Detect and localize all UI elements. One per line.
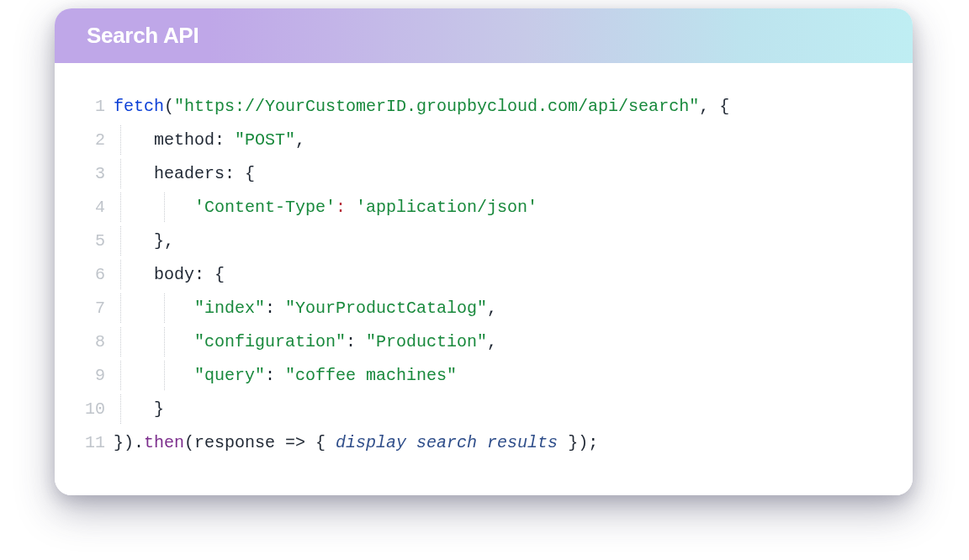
line-number: 1 <box>78 97 114 116</box>
indent-guide <box>120 361 121 390</box>
line-number: 5 <box>78 231 114 251</box>
line-number: 6 <box>78 265 114 284</box>
code-line-3: 3 headers: { <box>78 164 896 198</box>
line-content: }, <box>114 231 896 251</box>
code-line-6: 6 body: { <box>78 265 896 298</box>
code-line-1: 1 fetch("https://YourCustomerID.groupbyc… <box>78 97 896 130</box>
line-number: 8 <box>78 332 114 351</box>
code-line-8: 8 "configuration": "Production", <box>78 332 896 366</box>
indent-guide <box>120 226 121 256</box>
indent-guide <box>164 361 165 390</box>
line-content: headers: { <box>114 164 896 183</box>
code-line-9: 9 "query": "coffee machines" <box>78 366 896 399</box>
indent-guide <box>120 125 121 155</box>
line-content: fetch("https://YourCustomerID.groupbyclo… <box>114 97 896 116</box>
line-number: 10 <box>78 399 114 419</box>
line-number: 9 <box>78 366 114 385</box>
indent-guide <box>164 193 165 222</box>
code-line-4: 4 'Content-Type': 'application/json' <box>78 198 896 231</box>
code-card: Search API 1 fetch("https://YourCustomer… <box>55 8 913 495</box>
card-title: Search API <box>87 23 199 48</box>
code-line-11: 11 }).then(response => { display search … <box>78 433 896 467</box>
line-content: "configuration": "Production", <box>114 332 896 351</box>
line-content: body: { <box>114 265 896 284</box>
indent-guide <box>120 193 121 222</box>
code-body: 1 fetch("https://YourCustomerID.groupbyc… <box>55 63 913 495</box>
indent-guide <box>120 293 121 323</box>
line-content: } <box>114 399 896 419</box>
line-content: method: "POST", <box>114 130 896 150</box>
line-number: 3 <box>78 164 114 183</box>
line-number: 4 <box>78 198 114 217</box>
indent-guide <box>164 327 165 357</box>
indent-guide <box>120 159 121 188</box>
line-content: "index": "YourProductCatalog", <box>114 298 896 318</box>
code-line-7: 7 "index": "YourProductCatalog", <box>78 298 896 332</box>
code-line-10: 10 } <box>78 399 896 433</box>
card-header: Search API <box>55 8 913 63</box>
line-content: }).then(response => { display search res… <box>114 433 896 452</box>
code-line-5: 5 }, <box>78 231 896 265</box>
indent-guide <box>164 293 165 323</box>
line-number: 2 <box>78 130 114 150</box>
indent-guide <box>120 394 121 424</box>
line-number: 7 <box>78 298 114 318</box>
indent-guide <box>120 260 121 289</box>
line-content: 'Content-Type': 'application/json' <box>114 198 896 217</box>
code-line-2: 2 method: "POST", <box>78 130 896 164</box>
line-content: "query": "coffee machines" <box>114 366 896 385</box>
line-number: 11 <box>78 433 114 452</box>
indent-guide <box>120 327 121 357</box>
